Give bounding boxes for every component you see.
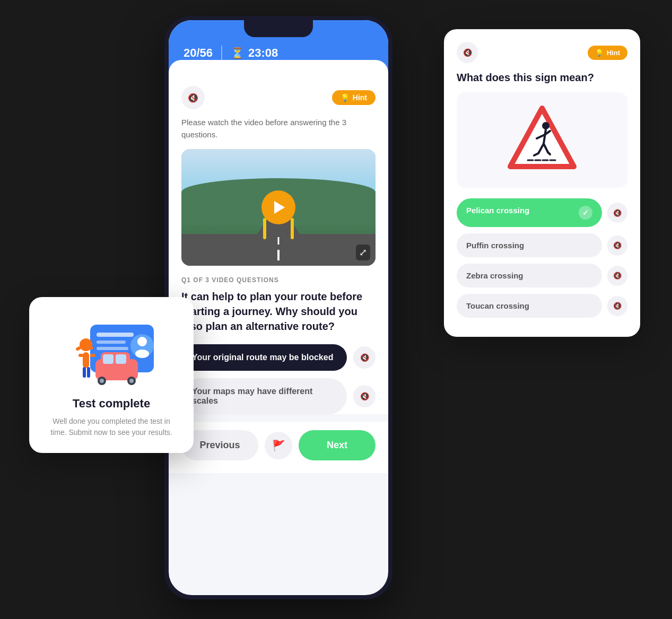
answer-option-1: Your original route may be blocked 🔇 xyxy=(181,344,376,371)
question-text: It can help to plan your route before st… xyxy=(181,289,376,334)
test-complete-illustration xyxy=(64,314,159,388)
qc-hint-button[interactable]: 💡 Hint xyxy=(588,46,627,60)
phone-frame: 20/56 ⏳ 23:08 🔇 💡 Hint Please watch the … xyxy=(164,16,392,599)
speaker-button-2[interactable]: 🔇 xyxy=(353,385,376,407)
qc-speaker-1[interactable]: 🔇 xyxy=(607,203,627,223)
qc-speaker-icon-3: 🔇 xyxy=(613,272,622,280)
correct-check-icon: ✓ xyxy=(579,206,592,220)
phone-bottom-nav: Previous 🚩 Next xyxy=(169,422,388,473)
hint-label: Hint xyxy=(353,93,367,102)
qc-speaker-4[interactable]: 🔇 xyxy=(607,296,627,316)
phone-notch xyxy=(244,20,313,37)
svg-point-24 xyxy=(542,122,549,129)
svg-rect-19 xyxy=(83,367,86,378)
svg-rect-10 xyxy=(116,354,126,364)
svg-rect-20 xyxy=(87,367,90,378)
play-arrow-icon xyxy=(274,201,285,214)
qc-title: What does this sign mean? xyxy=(457,72,627,84)
svg-point-15 xyxy=(80,338,92,351)
qc-mute-button[interactable]: 🔇 xyxy=(457,42,478,63)
header-divider xyxy=(221,46,222,60)
test-complete-title: Test complete xyxy=(44,397,179,411)
phone-inner: 20/56 ⏳ 23:08 🔇 💡 Hint Please watch the … xyxy=(169,20,388,595)
mute-icon: 🔇 xyxy=(188,93,198,103)
qc-answer-button-1[interactable]: Pelican crossing ✓ xyxy=(457,198,602,227)
svg-rect-17 xyxy=(78,354,84,357)
phone-content-top: 🔇 💡 Hint xyxy=(181,86,376,109)
progress-text: 20/56 xyxy=(184,46,213,60)
svg-rect-9 xyxy=(103,354,114,364)
answer-option-2: Your maps may have different scales 🔇 xyxy=(181,378,376,414)
svg-rect-16 xyxy=(83,352,89,368)
phone-description: Please watch the video before answering … xyxy=(181,117,376,141)
hint-bulb-icon: 💡 xyxy=(341,93,350,102)
qc-answer-2: Puffin crossing 🔇 xyxy=(457,233,627,257)
svg-point-6 xyxy=(135,350,149,358)
qc-mute-icon: 🔇 xyxy=(463,48,472,57)
pedestrian-sign xyxy=(508,106,577,175)
svg-rect-18 xyxy=(90,354,95,357)
flag-button[interactable]: 🚩 xyxy=(265,432,292,459)
qc-answer-button-4[interactable]: Toucan crossing xyxy=(457,294,602,318)
svg-marker-23 xyxy=(510,108,574,167)
test-complete-card: Test complete Well done you completed th… xyxy=(29,297,194,453)
next-button[interactable]: Next xyxy=(299,430,376,460)
qc-answer-button-3[interactable]: Zebra crossing xyxy=(457,264,602,287)
answer-button-2[interactable]: Your maps may have different scales xyxy=(181,378,347,414)
hint-button[interactable]: 💡 Hint xyxy=(332,90,376,105)
svg-line-31 xyxy=(548,152,550,154)
svg-point-5 xyxy=(137,337,147,346)
header-wave xyxy=(169,60,388,76)
qc-answer-4: Toucan crossing 🔇 xyxy=(457,294,627,318)
speaker-icon-2: 🔇 xyxy=(360,392,369,400)
qc-speaker-2[interactable]: 🔇 xyxy=(607,236,627,256)
qc-speaker-icon-4: 🔇 xyxy=(613,302,622,310)
question-card: 🔇 💡 Hint What does this sign mean? xyxy=(444,29,640,337)
qc-answer-3: Zebra crossing 🔇 xyxy=(457,264,627,287)
qc-speaker-icon-2: 🔇 xyxy=(613,241,622,249)
timer-text: 23:08 xyxy=(248,46,278,60)
answer-button-1[interactable]: Your original route may be blocked xyxy=(181,344,347,371)
question-label: Q1 OF 3 VIDEO QUESTIONS xyxy=(181,276,376,284)
qc-hint-bulb-icon: 💡 xyxy=(595,49,604,57)
qc-hint-label: Hint xyxy=(607,49,620,57)
speaker-button-1[interactable]: 🔇 xyxy=(353,346,376,369)
timer-icon: ⏳ xyxy=(231,47,244,59)
qc-top: 🔇 💡 Hint xyxy=(457,42,627,63)
svg-rect-2 xyxy=(97,341,126,344)
svg-point-14 xyxy=(129,379,134,383)
svg-rect-1 xyxy=(97,333,134,337)
video-play-button[interactable] xyxy=(261,190,295,224)
expand-icon[interactable]: ⤢ xyxy=(356,245,370,260)
qc-speaker-icon-1: 🔇 xyxy=(613,209,622,217)
svg-point-12 xyxy=(100,379,104,383)
mute-button[interactable]: 🔇 xyxy=(181,86,205,109)
test-complete-subtitle: Well done you completed the test in time… xyxy=(44,416,179,438)
qc-speaker-3[interactable]: 🔇 xyxy=(607,266,627,286)
speaker-icon-1: 🔇 xyxy=(360,353,369,362)
timer-wrap: ⏳ 23:08 xyxy=(231,46,278,60)
video-thumbnail[interactable]: ⤢ xyxy=(181,149,376,266)
qc-answer-button-2[interactable]: Puffin crossing xyxy=(457,233,602,257)
svg-rect-3 xyxy=(97,347,128,350)
sign-container xyxy=(457,92,627,188)
qc-answer-1: Pelican crossing ✓ 🔇 xyxy=(457,198,627,227)
flag-icon: 🚩 xyxy=(272,439,285,452)
